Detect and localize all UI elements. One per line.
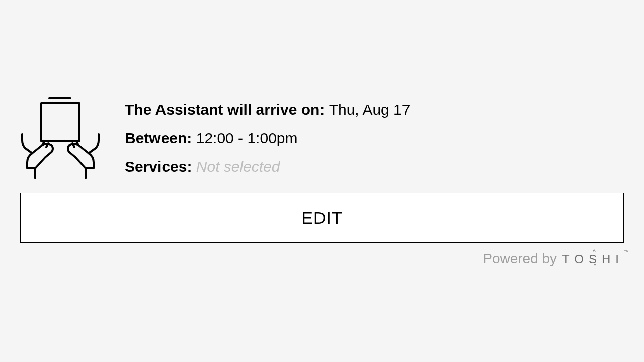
edit-button[interactable]: EDIT	[20, 193, 624, 243]
brand-sub-caret-icon: ˅	[594, 264, 596, 269]
arrival-label: The Assistant will arrive on:	[125, 101, 329, 118]
between-value: 12:00 - 1:00pm	[196, 130, 298, 146]
services-label: Services:	[125, 158, 196, 175]
between-line: Between: 12:00 - 1:00pm	[125, 128, 410, 148]
svg-rect-1	[41, 103, 79, 141]
hands-package-icon	[20, 95, 101, 180]
services-line: Services: Not selected	[125, 157, 410, 176]
arrival-line: The Assistant will arrive on: Thu, Aug 1…	[125, 100, 410, 119]
powered-by-label: Powered by	[482, 251, 557, 267]
services-value: Not selected	[196, 158, 280, 175]
powered-by-footer: Powered by TOSHI ^ ˅ ™	[20, 251, 624, 267]
brand-caret-icon: ^	[593, 248, 596, 255]
arrival-value: Thu, Aug 17	[329, 101, 411, 118]
brand-logo: TOSHI ^ ˅ ™	[562, 252, 624, 266]
delivery-summary: The Assistant will arrive on: Thu, Aug 1…	[20, 95, 624, 180]
trademark-icon: ™	[624, 249, 629, 255]
between-label: Between:	[125, 130, 196, 146]
delivery-details: The Assistant will arrive on: Thu, Aug 1…	[125, 100, 410, 176]
